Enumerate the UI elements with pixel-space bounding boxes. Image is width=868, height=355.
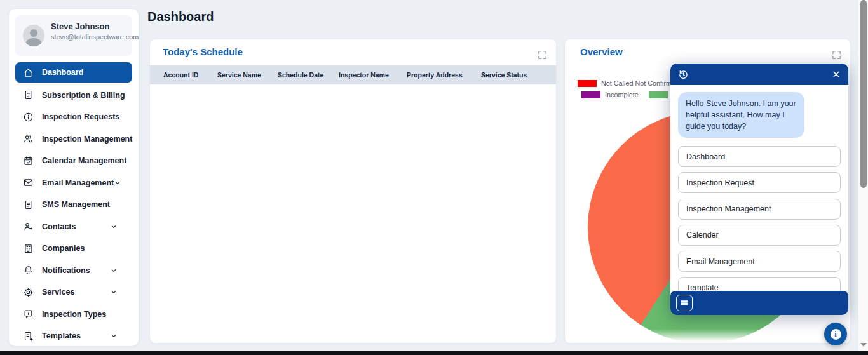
sidebar-item-services[interactable]: Services <box>15 283 132 302</box>
assistant-panel: Hello Steve Johnson. I am your helpful a… <box>670 64 848 314</box>
legend-label: Not Called Not Confirmed <box>601 79 679 87</box>
info-button[interactable]: i <box>824 323 847 345</box>
sidebar-item-label: Services <box>42 288 74 297</box>
user-plus-icon <box>23 221 34 232</box>
vertical-scrollbar <box>858 0 868 351</box>
hamburger-icon <box>680 298 689 307</box>
scrollbar-down-arrow[interactable] <box>860 343 867 347</box>
sidebar-item-label: Email Management <box>42 178 114 187</box>
sidebar-item-subscription-billing[interactable]: Subscription & Billing <box>15 86 132 105</box>
user-name: Steve Johnson <box>51 22 109 31</box>
sidebar: Steve Johnson steve@totalinspectware.com… <box>9 9 139 346</box>
assistant-greeting-bubble: Hello Steve Johnson. I am your helpful a… <box>678 92 804 138</box>
pie-legend-row-2: IncompleteNo <box>581 91 681 98</box>
legend-item-not-called-not-confirmed: Not Called Not Confirmed <box>578 79 679 87</box>
sidebar-item-inspection-requests[interactable]: Inspection Requests <box>15 107 132 126</box>
sidebar-item-label: Contacts <box>42 222 76 231</box>
page-title: Dashboard <box>147 10 214 24</box>
legend-item-incomplete: Incomplete <box>581 91 639 98</box>
user-profile-card: Steve Johnson steve@totalinspectware.com <box>15 15 132 56</box>
info-circle-icon <box>23 112 34 123</box>
assistant-options: DashboardInspection RequestInspection Ma… <box>678 146 841 304</box>
pie-legend-row-1: Not Called Not Confirmed <box>578 79 679 87</box>
info-icon: i <box>831 329 841 340</box>
legend-swatch <box>581 91 600 98</box>
chevron-down-icon <box>114 179 121 187</box>
overview-panel-title: Overview <box>580 46 623 57</box>
schedule-panel-title: Today's Schedule <box>163 46 243 57</box>
sidebar-nav: DashboardSubscription & BillingInspectio… <box>15 62 132 349</box>
sidebar-item-label: Inspection Types <box>42 310 106 319</box>
chevron-down-icon <box>110 267 118 274</box>
bell-icon <box>23 265 34 276</box>
dashboard-page: Steve Johnson steve@totalinspectware.com… <box>0 0 868 355</box>
sidebar-item-calendar-management[interactable]: Calendar Management <box>15 151 132 170</box>
sidebar-item-label: Inspection Management <box>42 135 132 144</box>
sidebar-item-companies[interactable]: Companies <box>15 239 132 258</box>
mail-icon <box>23 177 34 188</box>
bottom-edge-bar <box>0 351 868 355</box>
users-icon <box>23 133 34 144</box>
chat-option-inspection-request[interactable]: Inspection Request <box>678 172 841 193</box>
chevron-down-icon <box>110 288 118 296</box>
column-header-schedule-date: Schedule Date <box>278 71 339 79</box>
sidebar-item-label: Subscription & Billing <box>42 91 125 100</box>
document-icon <box>23 199 34 210</box>
chat-option-inspection-management[interactable]: Inspection Management <box>678 199 841 220</box>
sidebar-item-label: Calendar Management <box>42 156 126 165</box>
scrollbar-thumb[interactable] <box>860 0 867 188</box>
column-header-property-address: Property Address <box>407 71 481 79</box>
chat-option-email-management[interactable]: Email Management <box>678 251 841 272</box>
column-header-account-id: Account ID <box>163 71 217 79</box>
user-email: steve@totalinspectware.com <box>51 32 141 42</box>
chat-option-dashboard[interactable]: Dashboard <box>678 146 841 167</box>
sidebar-item-label: Companies <box>42 244 85 253</box>
history-icon[interactable] <box>678 69 689 80</box>
legend-swatch <box>578 80 597 87</box>
sidebar-item-label: SMS Management <box>42 200 110 209</box>
chat-option-calender[interactable]: Calender <box>678 225 841 246</box>
assistant-header <box>670 64 848 85</box>
sidebar-item-notifications[interactable]: Notifications <box>15 261 132 280</box>
calendar-check-icon <box>23 156 34 166</box>
assistant-footer <box>670 291 848 315</box>
document-icon <box>23 90 34 100</box>
sidebar-item-contacts[interactable]: Contacts <box>15 217 132 236</box>
expand-icon[interactable] <box>537 50 548 60</box>
sidebar-item-inspection-management[interactable]: Inspection Management <box>15 130 132 149</box>
chevron-down-icon <box>110 223 118 231</box>
close-icon[interactable] <box>832 70 841 79</box>
column-header-service-name: Service Name <box>217 71 278 79</box>
legend-swatch <box>649 91 668 98</box>
column-header-inspector-name: Inspector Name <box>339 71 407 79</box>
menu-button[interactable] <box>676 295 693 311</box>
sidebar-item-label: Templates <box>42 332 81 340</box>
sidebar-item-sms-management[interactable]: SMS Management <box>15 195 132 214</box>
column-header-service-status: Service Status <box>481 71 556 79</box>
expand-icon[interactable] <box>831 50 842 60</box>
sidebar-item-label: Notifications <box>42 266 90 275</box>
chat-bubble-icon <box>23 309 34 319</box>
schedule-table-header: Account IDService NameSchedule DateInspe… <box>150 65 556 84</box>
gear-icon <box>23 287 34 298</box>
todays-schedule-panel: Today's Schedule Account IDService NameS… <box>150 39 556 343</box>
avatar <box>23 25 44 46</box>
sidebar-item-dashboard[interactable]: Dashboard <box>15 62 132 83</box>
home-icon <box>23 67 34 78</box>
sidebar-item-inspection-types[interactable]: Inspection Types <box>15 305 132 324</box>
sidebar-item-label: Dashboard <box>42 68 83 77</box>
sidebar-item-templates[interactable]: Templates <box>15 326 132 345</box>
document-plus-icon <box>23 331 34 342</box>
chevron-down-icon <box>110 332 118 340</box>
legend-label: Incomplete <box>605 91 639 98</box>
building-icon <box>23 243 34 254</box>
sidebar-item-email-management[interactable]: Email Management <box>15 173 132 192</box>
sidebar-item-label: Inspection Requests <box>42 112 119 121</box>
